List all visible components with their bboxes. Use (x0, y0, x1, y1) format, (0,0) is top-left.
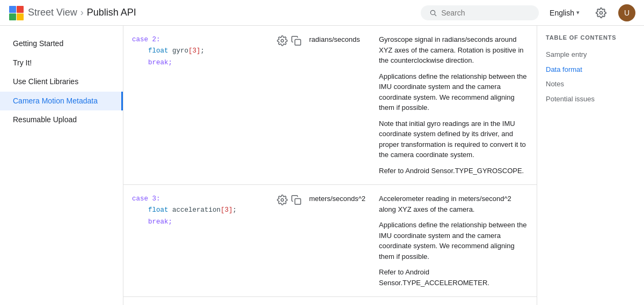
table-row: case 2: float gyro[3]; break; radians/se… (123, 26, 537, 185)
unit-cell (301, 297, 370, 306)
search-box[interactable] (421, 5, 539, 20)
code-break: break; (132, 59, 172, 66)
breadcrumb-page: Publish API (87, 7, 136, 18)
chevron-down-icon: ▾ (576, 9, 580, 16)
code-cell: case 2: float gyro[3]; break; (123, 26, 268, 185)
code-case-keyword: case 3: (132, 195, 160, 203)
code-semi: ; (201, 47, 205, 55)
language-selector[interactable]: English ▾ (545, 5, 584, 20)
action-cell (268, 297, 301, 306)
svg-rect-3 (17, 13, 24, 20)
code-type: float (148, 206, 169, 214)
table-row: case 3: float acceleration[3]; break; me… (123, 185, 537, 297)
toc-item-sample-entry[interactable]: Sample entry (546, 47, 644, 62)
settings-icon[interactable] (277, 35, 288, 46)
toc-items: Sample entryData formatNotesPotential is… (546, 47, 644, 106)
copy-icon[interactable] (291, 35, 302, 46)
language-label: English (550, 9, 574, 17)
settings-icon[interactable] (277, 195, 288, 205)
sidebar: Getting Started Try It! Use Client Libra… (0, 26, 123, 305)
copy-icon[interactable] (291, 195, 302, 205)
svg-point-7 (281, 40, 284, 42)
svg-rect-10 (295, 199, 301, 205)
toc-panel: Table of contents Sample entryData forma… (537, 26, 644, 305)
description-paragraph: Applications define the relationship bet… (379, 71, 528, 113)
toc-item-potential-issues[interactable]: Potential issues (546, 92, 644, 107)
unit-cell: meters/seconds^2 (301, 185, 370, 297)
code-index: [3] (188, 47, 201, 55)
code-cell: case 3: float acceleration[3]; break; (123, 185, 268, 297)
app-header: Street View › Publish API English ▾ U (0, 0, 644, 26)
code-varname: acceleration (169, 206, 221, 214)
settings-button[interactable] (590, 2, 612, 24)
logo-icon (9, 5, 24, 20)
unit-cell: radians/seconds (301, 26, 370, 185)
svg-point-6 (600, 11, 603, 14)
sidebar-item-camera-motion-metadata[interactable]: Camera Motion Metadata (0, 92, 123, 111)
code-semi: ; (233, 206, 237, 214)
svg-line-5 (435, 14, 436, 16)
code-cell: case 4: float position[3]; (123, 297, 268, 306)
main-layout: Getting Started Try It! Use Client Libra… (0, 26, 644, 305)
description-cell: Accelerometer reading in meters/second^2… (370, 185, 537, 297)
code-type: float (148, 47, 169, 55)
action-cell (268, 26, 301, 185)
description-paragraph: Refer to Android Sensor.TYPE_GYROSCOPE. (379, 166, 528, 176)
description-paragraph: Gyroscope signal in radians/seconds arou… (379, 34, 528, 66)
search-icon (429, 9, 437, 17)
description-cell: Gyroscope signal in radians/seconds arou… (370, 26, 537, 185)
sidebar-item-use-client-libraries[interactable]: Use Client Libraries (0, 72, 123, 92)
svg-rect-0 (9, 6, 16, 13)
data-table: case 2: float gyro[3]; break; radians/se… (123, 26, 537, 305)
app-logo[interactable] (9, 5, 24, 20)
description-paragraph: Applications define the relationship bet… (379, 220, 528, 262)
description-paragraph: Note that initial gyro readings are in t… (379, 118, 528, 160)
description-cell: 3D position of the camera. 3D position a… (370, 297, 537, 306)
toc-item-data-format[interactable]: Data format (546, 62, 644, 77)
description-paragraph: Accelerometer reading in meters/second^2… (379, 194, 528, 214)
svg-point-9 (281, 199, 284, 202)
toc-title: Table of contents (546, 34, 644, 41)
gear-icon (596, 8, 606, 18)
code-varname: gyro (169, 47, 189, 55)
svg-rect-2 (9, 13, 16, 20)
main-content: case 2: float gyro[3]; break; radians/se… (123, 26, 537, 305)
svg-rect-1 (17, 6, 24, 13)
sidebar-item-resumable-upload[interactable]: Resumable Upload (0, 110, 123, 130)
code-case-keyword: case 2: (132, 36, 160, 43)
sidebar-item-try-it[interactable]: Try It! (0, 54, 123, 73)
content-inner: case 2: float gyro[3]; break; radians/se… (123, 26, 537, 305)
description-paragraph: Refer to Android Sensor.TYPE_ACCELEROMET… (379, 267, 528, 288)
table-row: case 4: float position[3]; 3D position o… (123, 297, 537, 306)
toc-item-notes[interactable]: Notes (546, 77, 644, 92)
avatar[interactable]: U (618, 4, 635, 21)
action-cell (268, 185, 301, 297)
svg-point-4 (430, 10, 435, 14)
svg-rect-8 (295, 40, 301, 46)
header-right: English ▾ U (421, 2, 635, 24)
code-index: [3] (221, 206, 233, 214)
search-input[interactable] (441, 9, 530, 17)
breadcrumb-separator: › (80, 7, 84, 18)
sidebar-item-getting-started[interactable]: Getting Started (0, 34, 123, 54)
code-break: break; (132, 218, 172, 226)
breadcrumb-app[interactable]: Street View (28, 7, 77, 18)
breadcrumb: Street View › Publish API (28, 7, 136, 18)
